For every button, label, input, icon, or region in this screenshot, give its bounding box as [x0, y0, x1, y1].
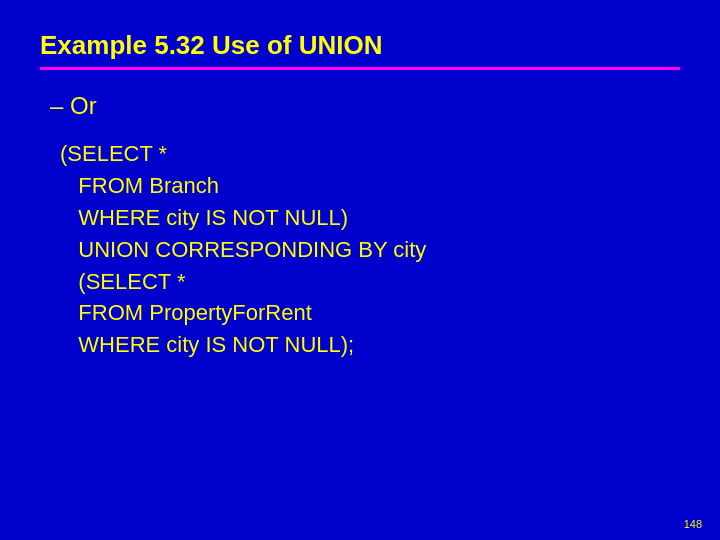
code-line-6: FROM PropertyForRent	[60, 297, 680, 329]
code-block: (SELECT * FROM Branch WHERE city IS NOT …	[60, 138, 680, 361]
code-line-1: (SELECT *	[60, 138, 680, 170]
code-line-2: FROM Branch	[60, 170, 680, 202]
subtitle: – Or	[50, 92, 680, 120]
code-line-5: (SELECT *	[60, 266, 680, 298]
title-section: Example 5.32 Use of UNION	[40, 30, 680, 70]
slide-title: Example 5.32 Use of UNION	[40, 30, 680, 61]
page-number: 148	[684, 518, 702, 530]
code-line-7: WHERE city IS NOT NULL);	[60, 329, 680, 361]
code-line-3: WHERE city IS NOT NULL)	[60, 202, 680, 234]
slide-container: Example 5.32 Use of UNION – Or (SELECT *…	[0, 0, 720, 540]
title-underline	[40, 67, 680, 70]
code-line-4: UNION CORRESPONDING BY city	[60, 234, 680, 266]
